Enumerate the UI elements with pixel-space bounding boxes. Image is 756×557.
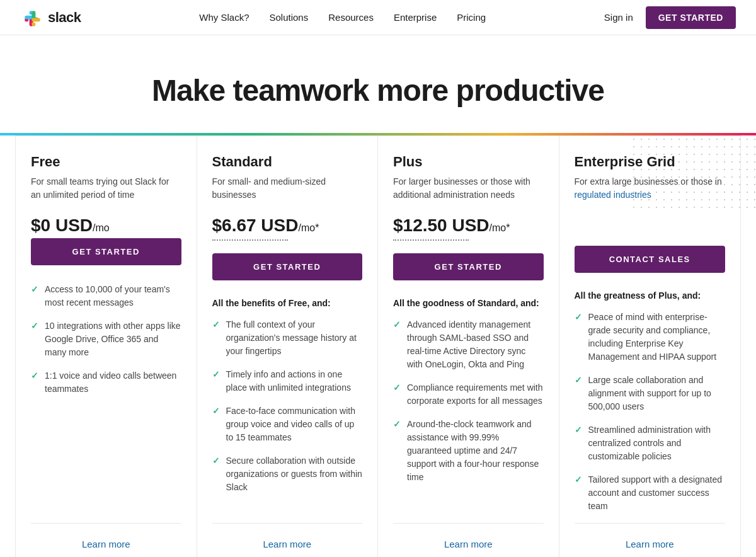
logo-text: slack [48,9,81,26]
logo[interactable]: slack [20,6,81,29]
standard-benefits-title: All the benefits of Free, and: [212,298,363,308]
plan-name-free: Free [31,154,181,170]
hero-title: Make teamwork more productive [20,73,736,108]
plan-price-enterprise [575,215,726,243]
nav-resources[interactable]: Resources [328,12,374,23]
enterprise-feature-2: Large scale collaboration and alignment … [575,374,726,413]
plus-learn-more[interactable]: Learn more [393,523,544,549]
plan-card-enterprise: Enterprise Grid For extra large business… [559,136,741,557]
standard-feature-3: Face-to-face communication with group vo… [212,405,363,444]
plan-price-plus: $12.50 USD/mo* [393,215,544,236]
standard-feature-2: Timely info and actions in one place wit… [212,368,363,394]
free-feature-1: Access to 10,000 of your team's most rec… [31,283,181,309]
enterprise-feature-4: Tailored support with a designated accou… [575,473,726,513]
plan-card-plus: Plus For larger businesses or those with… [378,136,559,557]
navigation: slack Why Slack? Solutions Resources Ent… [0,0,756,35]
nav-why-slack[interactable]: Why Slack? [199,12,249,23]
plan-desc-enterprise-plain: For extra large businesses or those in [575,176,722,187]
enterprise-learn-more[interactable]: Learn more [575,523,726,549]
pricing-section: Free For small teams trying out Slack fo… [0,135,756,557]
standard-features-list: The full context of your organization's … [212,318,363,523]
standard-feature-1: The full context of your organization's … [212,318,363,358]
nav-right: Sign in GET STARTED [604,6,736,29]
free-features-list: Access to 10,000 of your team's most rec… [31,283,181,523]
free-feature-2: 10 integrations with other apps like Goo… [31,319,181,359]
plus-feature-2: Compliance requirements met with corpora… [393,381,544,408]
plan-desc-plus: For larger businesses or those with addi… [393,175,544,203]
free-getstarted-button[interactable]: GET STARTED [31,238,181,265]
plan-price-free: $0 USD/mo [31,215,181,236]
nav-links: Why Slack? Solutions Resources Enterpris… [199,12,486,23]
nav-solutions[interactable]: Solutions [269,12,308,23]
plan-desc-standard: For small- and medium-sized businesses [212,175,363,203]
free-learn-more[interactable]: Learn more [31,523,181,549]
plus-feature-1: Advanced identity management through SAM… [393,318,544,371]
standard-feature-4: Secure collaboration with outside organi… [212,454,363,494]
nav-enterprise[interactable]: Enterprise [394,12,437,23]
standard-getstarted-button[interactable]: GET STARTED [212,253,363,280]
plan-desc-enterprise: For extra large businesses or those in r… [575,175,726,203]
plus-benefits-title: All the goodness of Standard, and: [393,298,544,308]
enterprise-benefits-title: All the greatness of Plus, and: [575,290,726,301]
nav-pricing[interactable]: Pricing [457,12,486,23]
hero-section: Make teamwork more productive [0,35,756,133]
plan-name-plus: Plus [393,154,544,170]
plus-price-underline [393,239,469,241]
pricing-grid: Free For small teams trying out Slack fo… [15,135,741,557]
plus-feature-3: Around-the-clock teamwork and assistance… [393,418,544,484]
plan-desc-enterprise-link[interactable]: regulated industries [575,190,651,200]
plan-price-standard: $6.67 USD/mo* [212,215,363,236]
free-feature-3: 1:1 voice and video calls between teamma… [31,369,181,396]
enterprise-feature-1: Peace of mind with enterprise-grade secu… [575,311,726,364]
nav-getstarted-button[interactable]: GET STARTED [646,6,736,29]
plan-card-standard: Standard For small- and medium-sized bus… [197,136,379,557]
enterprise-contact-sales-button[interactable]: CONTACT SALES [575,246,726,273]
signin-link[interactable]: Sign in [604,12,633,23]
enterprise-features-list: Peace of mind with enterprise-grade secu… [575,311,726,523]
plan-desc-free: For small teams trying out Slack for an … [31,175,181,203]
plan-card-free: Free For small teams trying out Slack fo… [16,136,197,557]
plus-getstarted-button[interactable]: GET STARTED [393,253,544,280]
standard-price-underline [212,239,288,241]
plan-name-enterprise: Enterprise Grid [575,154,726,170]
slack-logo-icon [20,6,43,29]
plan-name-standard: Standard [212,154,363,170]
standard-learn-more[interactable]: Learn more [212,523,363,549]
enterprise-feature-3: Streamlined administration with centrali… [575,423,726,463]
plus-features-list: Advanced identity management through SAM… [393,318,544,523]
